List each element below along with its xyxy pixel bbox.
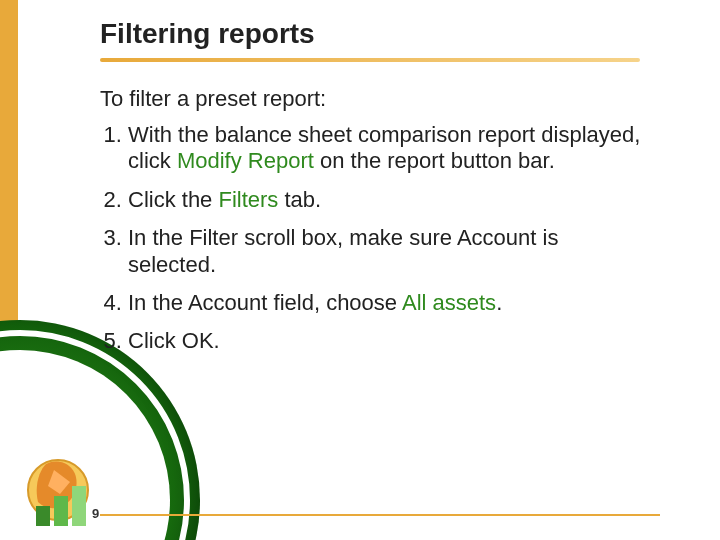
step-item: With the balance sheet comparison report…: [128, 122, 648, 175]
title-underline: [100, 58, 640, 62]
step-item: Click OK.: [128, 328, 648, 354]
svg-rect-2: [54, 496, 68, 526]
step-text-post: tab.: [278, 187, 321, 212]
intro-text: To filter a preset report:: [100, 86, 690, 112]
svg-rect-3: [72, 486, 86, 526]
svg-rect-1: [36, 506, 50, 526]
page-number: 9: [92, 506, 99, 521]
slide-title: Filtering reports: [100, 18, 690, 56]
steps-list: With the balance sheet comparison report…: [100, 122, 690, 355]
step-text-pre: Click the: [128, 187, 218, 212]
step-text-post: on the report button bar.: [314, 148, 555, 173]
step-text-pre: Click OK.: [128, 328, 220, 353]
step-text-pre: In the Account field, choose: [128, 290, 402, 315]
step-accent: Filters: [218, 187, 278, 212]
step-item: In the Filter scroll box, make sure Acco…: [128, 225, 648, 278]
step-accent: All assets: [402, 290, 496, 315]
step-item: Click the Filters tab.: [128, 187, 648, 213]
step-item: In the Account field, choose All assets.: [128, 290, 648, 316]
step-accent: Modify Report: [177, 148, 314, 173]
footer-underline: [100, 514, 660, 516]
corner-logo: [10, 444, 120, 534]
step-text-post: .: [496, 290, 502, 315]
slide-content: Filtering reports To filter a preset rep…: [100, 18, 690, 367]
step-text-pre: In the Filter scroll box, make sure Acco…: [128, 225, 558, 276]
